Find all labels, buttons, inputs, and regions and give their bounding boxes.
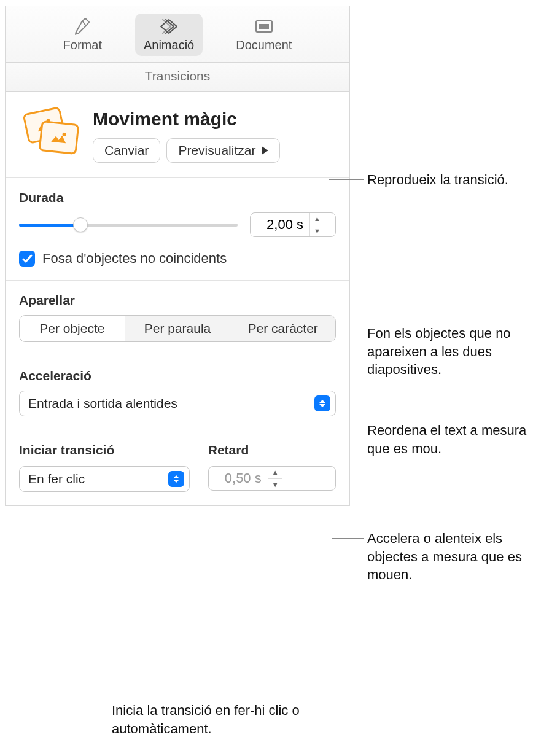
match-by-object[interactable]: Per objecte [20,316,125,341]
tab-animation-label: Animació [144,38,194,52]
tab-document[interactable]: Document [227,14,300,56]
magic-move-icon [19,109,80,158]
acceleration-value: Entrada i sortida alentides [28,396,314,411]
start-transition-value: En fer clic [28,472,168,486]
duration-step-down[interactable]: ▼ [310,225,324,237]
duration-step-up[interactable]: ▲ [310,213,324,225]
delay-input[interactable] [209,467,268,490]
callout-accel: Accelera o alenteix els objectes a mesur… [367,529,551,584]
match-segment: Per objecte Per paraula Per caràcter [19,315,336,342]
subtab-transitions-label: Transicions [145,69,211,83]
play-icon [262,146,268,155]
preview-button-label: Previsualitzar [178,143,255,158]
chevron-updown-icon [314,395,330,411]
duration-slider[interactable] [19,219,238,231]
acceleration-select[interactable]: Entrada i sortida alentides [19,391,336,416]
duration-input[interactable] [251,213,309,236]
match-label: Aparellar [19,293,336,308]
preview-button[interactable]: Previsualitzar [166,138,280,163]
delay-step-up[interactable]: ▲ [268,467,282,479]
callout-start: Inicia la transició en fer-hi clic o aut… [112,701,339,738]
chevron-updown-icon [168,471,184,487]
match-by-word[interactable]: Per paraula [125,316,231,341]
callout-fade: Fon els objectes que no apareixen a les … [367,324,551,379]
tab-document-label: Document [236,38,292,52]
callout-preview: Reprodueix la transició. [367,171,551,189]
tab-animation[interactable]: Animació [135,14,203,56]
transition-header: Moviment màgic Canviar Previsualitzar [6,92,349,178]
acceleration-label: Acceleració [19,368,336,383]
change-button[interactable]: Canviar [93,138,160,163]
duration-stepper[interactable]: ▲ ▼ [250,212,336,237]
start-transition-select[interactable]: En fer clic [19,466,190,492]
duration-label: Durada [19,190,336,205]
svg-point-3 [62,133,66,137]
start-label: Iniciar transició [19,443,190,458]
tab-format[interactable]: Format [55,14,111,56]
match-by-char[interactable]: Per caràcter [230,316,335,341]
change-button-label: Canviar [104,143,149,158]
callout-match: Reordena el text a mesura que es mou. [367,421,551,458]
inspector-panel: Format Animació Document Transicions [5,6,350,506]
transition-title: Moviment màgic [93,109,336,130]
fade-unmatched-checkbox[interactable] [19,251,35,267]
delay-label: Retard [208,443,336,458]
delay-step-down[interactable]: ▼ [268,479,282,491]
delay-stepper[interactable]: ▲ ▼ [208,466,336,491]
fade-unmatched-label: Fosa d'objectes no coincidents [42,251,227,267]
tab-format-label: Format [63,38,102,52]
svg-rect-1 [259,24,269,29]
subtab-transitions[interactable]: Transicions [6,63,349,92]
toolbar: Format Animació Document [6,6,349,63]
